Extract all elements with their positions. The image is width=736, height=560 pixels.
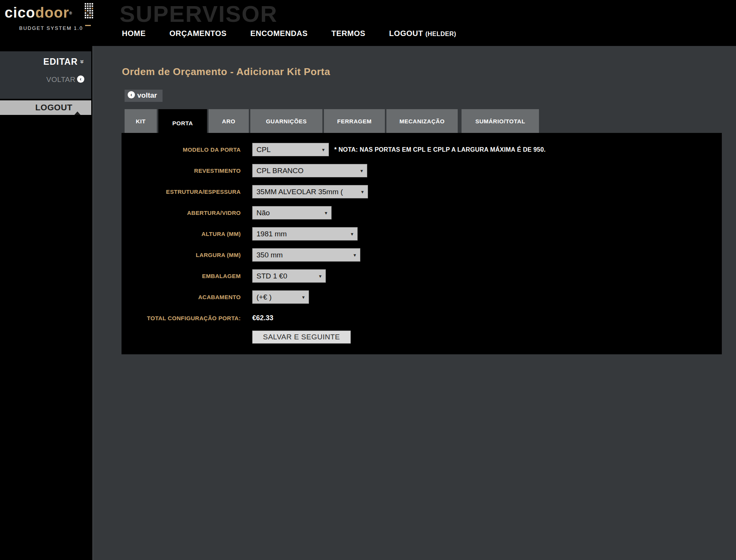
nav-logout-user: (HELDER) (426, 31, 456, 37)
form-row-submit: SALVAR E SEGUINTE (122, 330, 722, 344)
modelo-da-porta-select[interactable]: CPL▼ (252, 143, 329, 156)
modelo-note: * NOTA: NAS PORTAS EM CPL E CPLP A LARGU… (334, 146, 545, 153)
main-nav: HOME ORÇAMENTOS ENCOMENDAS TERMOS LOGOUT… (122, 29, 456, 38)
form-row-estrutura: ESTRUTURA/ESPESSURA 35MM ALVEOLAR 35mm (… (122, 185, 722, 198)
sidebar-item-editar[interactable]: EDITAR» (0, 57, 84, 67)
back-button[interactable]: ‹voltar (125, 90, 163, 102)
registered-mark: ® (69, 11, 72, 15)
field-label: ACABAMENTO (122, 294, 241, 300)
logo-tagline: BUDGET SYSTEM 1.0 (19, 25, 100, 31)
selected-value: 35MM ALVEOLAR 35mm ( (256, 188, 343, 196)
save-and-next-button[interactable]: SALVAR E SEGUINTE (252, 331, 351, 344)
sidebar-editar-label: EDITAR (43, 57, 78, 67)
altura-select[interactable]: 1981 mm▼ (252, 227, 358, 241)
selected-value: CPL (256, 146, 271, 154)
total-value: €62.33 (252, 314, 273, 322)
sidebar-panel: EDITAR» VOLTAR‹ (0, 51, 91, 99)
form-panel: MODELO DA PORTA CPL▼ * NOTA: NAS PORTAS … (122, 133, 722, 354)
logo-underscore (85, 25, 91, 26)
logo-brand-part1: cico (5, 5, 35, 21)
eject-icon (74, 102, 80, 112)
field-label: ALTURA (MM) (122, 231, 241, 237)
selected-value: Não (256, 209, 270, 217)
revestimento-select[interactable]: CPL BRANCO▼ (252, 164, 367, 177)
header: SUPERVISOR cicodoor® (0, 0, 736, 46)
chevron-down-icon: » (78, 60, 86, 64)
caret-down-icon: ▼ (360, 169, 364, 173)
page-title: Ordem de Orçamento - Adicionar Kit Porta (122, 66, 330, 78)
tab-guarnicoes[interactable]: GUARNIÇÕES (250, 109, 322, 133)
field-label: REVESTIMENTO (122, 167, 241, 174)
field-label: LARGURA (MM) (122, 252, 241, 258)
acabamento-select[interactable]: (+€ )▼ (252, 290, 309, 304)
tab-sumario-total[interactable]: SUMÁRIO/TOTAL (462, 109, 539, 133)
back-button-label: voltar (137, 91, 157, 99)
largura-select[interactable]: 350 mm▼ (252, 248, 360, 262)
caret-down-icon: ▼ (321, 147, 325, 152)
form-row-revestimento: REVESTIMENTO CPL BRANCO▼ (122, 164, 722, 177)
page: SUPERVISOR cicodoor® (0, 0, 736, 560)
nav-home[interactable]: HOME (122, 29, 146, 38)
form-row-altura: ALTURA (MM) 1981 mm▼ (122, 227, 722, 241)
logo-brand-part2: door (35, 5, 69, 21)
sidebar-voltar-label: VOLTAR (46, 75, 76, 84)
form-row-total: TOTAL CONFIGURAÇÃO PORTA: €62.33 (122, 311, 722, 325)
selected-value: CPL BRANCO (256, 167, 304, 175)
form-row-embalagem: EMBALAGEM STD 1 €0▼ (122, 269, 722, 283)
form-row-acabamento: ACABAMENTO (+€ )▼ (122, 290, 722, 304)
nav-termos[interactable]: TERMOS (332, 29, 366, 38)
embalagem-select[interactable]: STD 1 €0▼ (252, 269, 326, 283)
selected-value: (+€ ) (256, 293, 272, 301)
field-label: ABERTURA/VIDRO (122, 210, 241, 216)
total-label: TOTAL CONFIGURAÇÃO PORTA: (122, 315, 241, 321)
field-label: ESTRUTURA/ESPESSURA (122, 188, 241, 195)
form-row-modelo: MODELO DA PORTA CPL▼ * NOTA: NAS PORTAS … (122, 143, 722, 156)
tab-aro[interactable]: ARO (209, 109, 249, 133)
selected-value: 1981 mm (256, 230, 287, 238)
main-content: Ordem de Orçamento - Adicionar Kit Porta… (94, 46, 736, 560)
arrow-left-circle-icon: ‹ (128, 91, 135, 98)
nav-encomendas[interactable]: ENCOMENDAS (250, 29, 307, 38)
estrutura-espessura-select[interactable]: 35MM ALVEOLAR 35mm (▼ (252, 185, 368, 198)
logo-grid-icon (84, 3, 94, 21)
field-label: EMBALAGEM (122, 273, 241, 279)
arrow-left-circle-icon: ‹ (77, 75, 84, 83)
tab-mecanizacao[interactable]: MECANIZAÇÃO (386, 109, 458, 133)
caret-down-icon: ▼ (301, 295, 306, 300)
tab-ferragem[interactable]: FERRAGEM (324, 109, 385, 133)
caret-down-icon: ▼ (324, 211, 328, 215)
nav-logout[interactable]: LOGOUT (HELDER) (389, 29, 456, 38)
abertura-vidro-select[interactable]: Não▼ (252, 206, 332, 219)
sidebar: EDITAR» VOLTAR‹ LOGOUT (0, 46, 93, 560)
sidebar-logout-label: LOGOUT (35, 103, 72, 112)
app-watermark: SUPERVISOR (120, 1, 278, 27)
selected-value: 350 mm (256, 251, 283, 259)
sidebar-item-voltar[interactable]: VOLTAR‹ (0, 75, 84, 84)
caret-down-icon: ▼ (350, 232, 354, 236)
logo[interactable]: cicodoor® BUDGET SYSTEM 1.0 (5, 5, 100, 31)
caret-down-icon: ▼ (318, 274, 322, 278)
caret-down-icon: ▼ (360, 190, 365, 194)
tab-kit[interactable]: KIT (125, 109, 157, 133)
field-label: MODELO DA PORTA (122, 146, 241, 153)
form-row-largura: LARGURA (MM) 350 mm▼ (122, 248, 722, 262)
sidebar-logout-button[interactable]: LOGOUT (0, 100, 91, 115)
selected-value: STD 1 €0 (256, 272, 287, 280)
nav-orcamentos[interactable]: ORÇAMENTOS (169, 29, 227, 38)
caret-down-icon: ▼ (353, 253, 357, 257)
form-row-abertura: ABERTURA/VIDRO Não▼ (122, 206, 722, 219)
